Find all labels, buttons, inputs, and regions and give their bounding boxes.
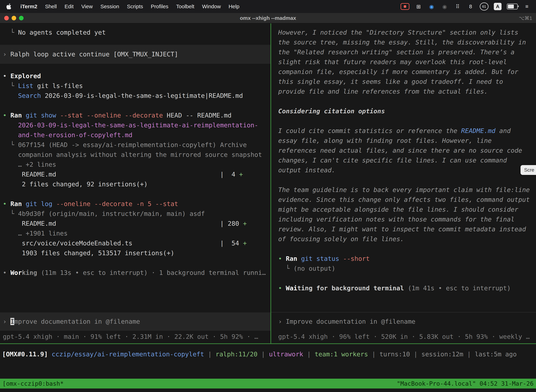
text-segment: Improve documentation in @filename xyxy=(286,318,415,325)
text-segment xyxy=(3,92,18,99)
input-source-icon[interactable]: A xyxy=(494,3,502,10)
screen-share-overlay[interactable]: Scre xyxy=(521,165,536,175)
menu-item-profiles[interactable]: Profiles xyxy=(147,0,172,13)
menu-bar: iTerm2ShellEditViewSessionScriptsProfile… xyxy=(0,0,536,13)
text-segment: 2026-03-09-is-legal-the-same-as-legitima… xyxy=(41,92,243,99)
text-segment: 067f154 (HEAD -> essay/ai-reimplementati… xyxy=(18,141,247,148)
window-title: omx --xhigh --madmax xyxy=(0,15,536,21)
terminal-block: • Ran git show --stat --oneline --decora… xyxy=(0,111,270,189)
text-segment: › xyxy=(3,318,10,325)
terminal-line: might be acceptable alongside the file l… xyxy=(271,205,536,215)
text-segment: changes, I can't cite specific file line… xyxy=(278,157,507,164)
text-segment: the "Related research writing" section i… xyxy=(278,48,515,56)
left-pane-spacer xyxy=(0,278,270,313)
text-segment: | xyxy=(463,350,475,358)
tmux-session-window: [omx-cczip0:bash* xyxy=(2,380,64,387)
terminal-line: the "Related research writing" section i… xyxy=(271,47,536,57)
text-segment: git status xyxy=(301,255,343,262)
text-segment: | xyxy=(368,350,379,358)
text-segment: slight risk that future readers may over… xyxy=(278,58,507,65)
terminal-line: src/voice/voiceModeEnabled.ts | 54 + xyxy=(0,238,270,248)
menu-item-shell[interactable]: Shell xyxy=(41,0,61,13)
grid-app-icon[interactable]: ⊞ xyxy=(415,2,422,10)
text-segment: Ran xyxy=(286,255,301,262)
stats-8-icon[interactable]: 8 xyxy=(467,2,474,10)
text-segment: List xyxy=(18,82,34,89)
left-pane[interactable]: └ No agents completed yet› Ralph loop ac… xyxy=(0,23,270,343)
text-segment: including verification notes with those … xyxy=(278,216,515,223)
spacer xyxy=(271,116,536,126)
terminal-line: the source tree, missing the essay. Stil… xyxy=(271,37,536,47)
terminal-line: output instead. xyxy=(271,165,536,175)
text-segment: The team guideline is to back every impo… xyxy=(278,186,530,193)
right-input-box[interactable]: › Improve documentation in @filename xyxy=(271,312,536,331)
right-pane[interactable]: However, I noticed the "Directory Struct… xyxy=(271,23,536,343)
text-segment: might be acceptable alongside the file l… xyxy=(278,206,518,213)
text-segment: and xyxy=(495,127,511,134)
terminal-line: └ 4b9d30f (origin/main, instructkr/main,… xyxy=(0,209,270,219)
menu-item-window[interactable]: Window xyxy=(198,0,225,13)
text-segment: Ralph loop active continue [OMX_TMUX_INJ… xyxy=(10,51,178,58)
dots-grid-icon[interactable]: ⠿ xyxy=(454,2,461,10)
text-segment: session:12m xyxy=(421,350,463,358)
terminal-line: README.md | 4 + xyxy=(0,169,270,179)
text-segment: the source tree, missing the essay. Stil… xyxy=(278,39,526,46)
text-segment: • xyxy=(278,285,286,292)
text-segment: README.md xyxy=(461,127,495,134)
terminal-block: • Working (11m 13s • esc to interrupt) ·… xyxy=(0,268,270,278)
terminal-line: › Ralph loop active continue [OMX_TMUX_I… xyxy=(0,49,270,59)
spacer xyxy=(271,175,536,185)
terminal-block: • Waiting for background terminal (1m 41… xyxy=(271,283,536,293)
left-pane-scrollback: └ No agents completed yet› Ralph loop ac… xyxy=(0,28,270,278)
spacer xyxy=(0,101,270,111)
text-segment: (no output) xyxy=(293,265,335,272)
menu-item-session[interactable]: Session xyxy=(96,0,123,13)
battery-icon[interactable] xyxy=(507,4,518,9)
window-title-bar[interactable]: omx --xhigh --madmax ⌥⌘1 xyxy=(0,13,536,23)
terminal-line: 1903 files changed, 513517 insertions(+) xyxy=(0,248,270,258)
tmux-status-bar: [omx-cczip0:bash* "MacBook-Pro-44.local"… xyxy=(0,379,536,388)
text-segment: • xyxy=(3,112,10,119)
apple-menu-icon[interactable] xyxy=(5,3,13,10)
menu-item-help[interactable]: Help xyxy=(225,0,243,13)
blue-app-icon[interactable]: ◉ xyxy=(428,2,436,10)
timer-61-icon[interactable]: 61 xyxy=(480,2,488,10)
dark-app-icon[interactable]: ◉ xyxy=(441,2,448,10)
text-segment: No agents completed yet xyxy=(18,29,106,36)
text-segment: HEAD -- README.md xyxy=(167,112,231,119)
menu-item-edit[interactable]: Edit xyxy=(61,0,77,13)
left-status-line: gpt-5.4 xhigh · main · 91% left · 2.31M … xyxy=(0,332,270,342)
text-segment: … +1901 lines xyxy=(3,230,67,237)
text-segment: mprove documentation in @filename xyxy=(14,318,140,325)
menu-item-toolbelt[interactable]: Toolbelt xyxy=(172,0,198,13)
right-input-line[interactable]: › Improve documentation in @filename xyxy=(271,317,536,327)
terminal-line: this single essay, it seems like a good … xyxy=(271,77,536,87)
text-segment: └ xyxy=(3,82,18,89)
text-segment: Considering citation options xyxy=(278,107,385,115)
text-segment: [OMX#0.11.9] xyxy=(2,350,52,358)
text-segment: └ xyxy=(278,265,293,272)
text-segment: (11m 13s • esc to interrupt) · 1 backgro… xyxy=(37,269,266,276)
menu-item-iterm2[interactable]: iTerm2 xyxy=(17,0,41,13)
text-segment: • xyxy=(3,269,10,276)
text-segment: git show xyxy=(26,112,60,119)
text-segment: companion file, especially if more comme… xyxy=(278,68,518,75)
spacer xyxy=(271,244,536,254)
menu-item-scripts[interactable]: Scripts xyxy=(123,0,147,13)
terminal-line: Search 2026-03-09-is-legal-the-same-as-l… xyxy=(0,91,270,101)
control-center-icon[interactable]: ≡ xyxy=(523,2,531,10)
text-segment: references need actual files, and since … xyxy=(278,147,522,154)
terminal-line: companion analysis without altering the … xyxy=(0,150,270,160)
terminal-line: README.md | 280 + xyxy=(0,219,270,229)
terminal-window: └ No agents completed yet› Ralph loop ac… xyxy=(0,23,536,392)
left-input-line[interactable]: › Improve documentation in @filename xyxy=(0,317,270,327)
terminal-line: However, I noticed the "Directory Struct… xyxy=(271,28,536,37)
text-segment: ultrawork xyxy=(269,350,303,358)
menu-items: iTerm2ShellEditViewSessionScriptsProfile… xyxy=(17,0,243,13)
menu-item-view[interactable]: View xyxy=(77,0,96,13)
terminal-line: └ 067f154 (HEAD -> essay/ai-reimplementa… xyxy=(0,140,270,150)
text-segment: However, I noticed the "Directory Struct… xyxy=(278,29,518,36)
left-input-box[interactable]: › Improve documentation in @filename xyxy=(0,313,270,331)
screen-recording-indicator[interactable] xyxy=(401,3,409,10)
spacer xyxy=(0,189,270,199)
